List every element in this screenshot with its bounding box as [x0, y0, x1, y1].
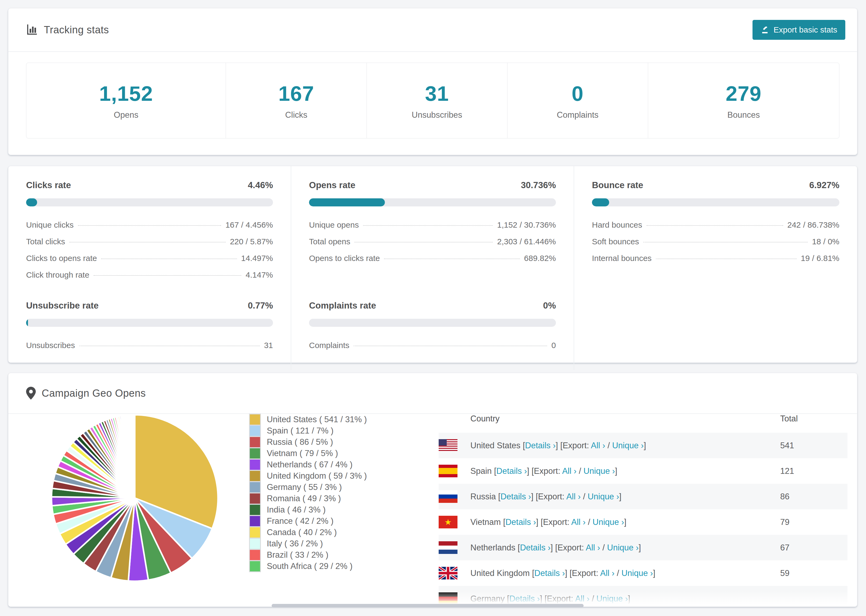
export-all-link[interactable]: All › — [575, 594, 589, 603]
details-link[interactable]: Details › — [496, 466, 527, 476]
legend-item: France ( 42 / 2% ) — [249, 515, 367, 527]
bracket-text: ] — [653, 569, 655, 578]
export-all-link[interactable]: All › — [591, 441, 605, 450]
legend-item: South Africa ( 29 / 2% ) — [249, 561, 367, 572]
legend-label: Brazil ( 33 / 2% ) — [267, 550, 328, 560]
export-unique-link[interactable]: Unique › — [592, 517, 624, 527]
geo-table-row-vn: Vietnam [Details ›] [Export: All › / Uni… — [439, 509, 847, 535]
dotted-leader — [647, 225, 783, 226]
export-unique-link[interactable]: Unique › — [612, 441, 644, 450]
geo-table-row-es: Spain [Details ›] [Export: All › / Uniqu… — [439, 458, 847, 484]
export-all-link[interactable]: All › — [600, 569, 614, 578]
legend-swatch — [249, 425, 261, 437]
tracking-stats-header: Tracking stats Export basic stats — [8, 8, 857, 51]
geo-table-row-gb: United Kingdom [Details ›] [Export: All … — [439, 560, 847, 586]
summary-stat-complaints: 0Complaints — [507, 63, 648, 138]
legend-swatch — [249, 448, 261, 459]
rates-grid: Clicks rate4.46%Unique clicks167 / 4.456… — [8, 166, 857, 370]
rate-value: 4.46% — [248, 180, 273, 190]
slash-text: / — [600, 543, 607, 552]
export-unique-link[interactable]: Unique › — [622, 569, 653, 578]
export-all-link[interactable]: All › — [586, 543, 600, 552]
geo-table-row-us: United States [Details ›] [Export: All ›… — [439, 433, 847, 458]
slash-text: / — [614, 569, 622, 578]
export-all-link[interactable]: All › — [562, 466, 576, 476]
legend-label: Italy ( 36 / 2% ) — [267, 539, 323, 548]
rate-value: 6.927% — [809, 180, 839, 190]
stat-label: Bounces — [727, 110, 760, 120]
country-cell: Russia [Details ›] [Export: All › / Uniq… — [471, 492, 780, 501]
progress-bar — [309, 319, 556, 327]
total-cell: 67 — [780, 543, 847, 553]
summary-stats-row: 1,152Opens167Clicks31Unsubscribes0Compla… — [26, 63, 839, 138]
stat-row-label: Unique clicks — [26, 220, 74, 229]
legend-item: Brazil ( 33 / 2% ) — [249, 549, 367, 561]
pie-slice — [134, 415, 135, 498]
stat-row-value: 242 / 86.738% — [787, 220, 840, 229]
bracket-text: ] — [628, 594, 630, 603]
pie-svg — [47, 411, 222, 585]
details-link[interactable]: Details › — [505, 517, 536, 527]
export-all-link[interactable]: All › — [567, 492, 581, 501]
stat-row-label: Internal bounces — [592, 254, 652, 263]
stat-row: Complaints0 — [309, 337, 556, 354]
dotted-leader — [69, 242, 226, 242]
slash-text: / — [605, 441, 612, 450]
legend-swatch — [249, 549, 261, 561]
legend-swatch — [249, 436, 261, 448]
details-link[interactable]: Details › — [509, 594, 540, 603]
export-unique-link[interactable]: Unique › — [583, 466, 615, 476]
country-cell: Vietnam [Details ›] [Export: All › / Uni… — [471, 517, 780, 527]
stat-row: Total opens2,303 / 61.446% — [309, 233, 556, 250]
stat-row-value: 220 / 5.87% — [230, 237, 273, 246]
country-name: Spain [ — [471, 466, 496, 476]
stat-row-value: 18 / 0% — [812, 237, 839, 246]
stat-row-label: Total clicks — [26, 237, 65, 246]
stat-row-value: 167 / 4.456% — [225, 220, 273, 229]
summary-stat-bounces: 279Bounces — [648, 63, 839, 138]
stat-value: 1,152 — [99, 82, 153, 106]
vietnam-flag-icon — [439, 516, 457, 528]
germany-flag-icon — [439, 592, 457, 605]
total-cell: 86 — [780, 492, 847, 501]
country-name: United Kingdom [ — [471, 569, 534, 578]
total-cell: 59 — [780, 569, 847, 578]
details-link[interactable]: Details › — [525, 441, 556, 450]
dotted-leader — [354, 346, 547, 346]
dotted-leader — [78, 225, 221, 226]
legend-label: Russia ( 86 / 5% ) — [267, 437, 333, 447]
progress-bar-fill — [309, 198, 385, 206]
stat-row: Soft bounces18 / 0% — [592, 233, 839, 250]
stat-row-value: 1,152 / 30.736% — [497, 220, 556, 229]
export-all-link[interactable]: All › — [571, 517, 586, 527]
export-unique-link[interactable]: Unique › — [597, 594, 628, 603]
slash-text: / — [581, 492, 587, 501]
dotted-leader — [363, 225, 493, 226]
header-divider — [8, 51, 857, 52]
details-link[interactable]: Details › — [501, 492, 531, 501]
dotted-leader — [354, 242, 493, 242]
rates-empty-cell — [574, 283, 857, 370]
slash-text: / — [589, 594, 597, 603]
bracket-text: ] [Export: — [551, 543, 586, 552]
horizontal-scrollbar-thumb[interactable] — [272, 604, 584, 607]
export-unique-link[interactable]: Unique › — [607, 543, 638, 552]
rates-card: Clicks rate4.46%Unique clicks167 / 4.456… — [8, 166, 857, 363]
legend-swatch — [249, 413, 261, 426]
progress-bar — [592, 198, 839, 206]
export-basic-stats-button[interactable]: Export basic stats — [753, 20, 845, 40]
details-link[interactable]: Details › — [534, 569, 565, 578]
bracket-text: ] [Export: — [536, 517, 571, 527]
rate-section-clicks-rate: Clicks rate4.46%Unique clicks167 / 4.456… — [8, 166, 291, 283]
progress-bar — [26, 319, 273, 327]
details-link[interactable]: Details › — [520, 543, 551, 552]
legend-label: United Kingdom ( 59 / 3% ) — [267, 471, 367, 481]
stat-row-label: Opens to clicks rate — [309, 254, 380, 263]
stat-label: Opens — [114, 110, 138, 120]
stat-row-label: Complaints — [309, 341, 350, 350]
stat-value: 279 — [726, 82, 761, 106]
export-unique-link[interactable]: Unique › — [587, 492, 619, 501]
legend-label: Spain ( 121 / 7% ) — [267, 426, 334, 436]
legend-item: Germany ( 55 / 3% ) — [249, 482, 367, 493]
legend-item: United Kingdom ( 59 / 3% ) — [249, 470, 367, 482]
